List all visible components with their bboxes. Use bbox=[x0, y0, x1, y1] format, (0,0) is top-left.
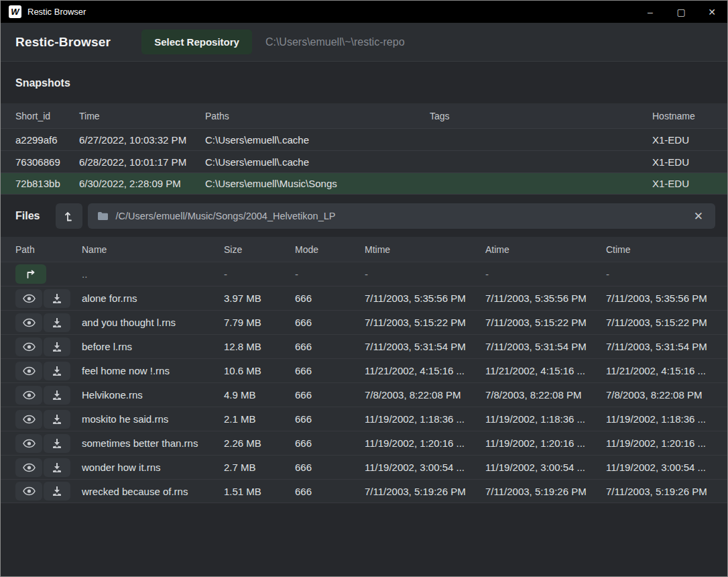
current-path-value: /C/Users/emuell/Music/Songs/2004_Helveti… bbox=[115, 211, 690, 221]
snapshots-col-tags[interactable]: Tags bbox=[430, 111, 652, 121]
preview-file-button[interactable] bbox=[15, 362, 42, 380]
file-atime: 11/19/2002, 3:00:54 ... bbox=[485, 462, 606, 473]
file-ctime: 11/21/2002, 4:15:16 ... bbox=[606, 365, 727, 376]
window-title: Restic Browser bbox=[27, 7, 86, 17]
file-mtime: 7/11/2003, 5:31:54 PM bbox=[365, 341, 485, 352]
open-parent-directory-button[interactable] bbox=[15, 264, 46, 284]
select-repository-button[interactable]: Select Repository bbox=[141, 30, 252, 54]
download-file-button[interactable] bbox=[44, 458, 70, 477]
level-up-icon bbox=[63, 210, 75, 222]
file-row[interactable]: before l.rns 12.8 MB 666 7/11/2003, 5:31… bbox=[1, 334, 727, 358]
download-icon bbox=[52, 342, 62, 352]
file-row[interactable]: wrecked because of.rns 1.51 MB 666 7/11/… bbox=[1, 479, 727, 503]
files-toolbar: Files /C/Users/emuell/Music/Songs/2004_H… bbox=[15, 203, 715, 229]
preview-file-button[interactable] bbox=[15, 482, 42, 501]
preview-file-button[interactable] bbox=[15, 313, 42, 332]
download-file-button[interactable] bbox=[44, 313, 70, 332]
snapshot-paths: C:\Users\emuell\.cache bbox=[205, 156, 430, 168]
maximize-button[interactable]: ▢ bbox=[666, 1, 696, 23]
snapshots-section-heading: Snapshots bbox=[1, 62, 727, 103]
snapshot-row[interactable]: 72b813bb 6/30/2022, 2:28:09 PM C:\Users\… bbox=[1, 172, 727, 195]
file-row[interactable]: Helvikone.rns 4.9 MB 666 7/8/2003, 8:22:… bbox=[1, 382, 727, 407]
close-button[interactable]: ✕ bbox=[696, 1, 727, 23]
file-size: 2.7 MB bbox=[224, 462, 295, 473]
preview-file-button[interactable] bbox=[15, 289, 42, 308]
snapshots-col-time[interactable]: Time bbox=[79, 111, 205, 121]
file-row[interactable]: alone for.rns 3.97 MB 666 7/11/2003, 5:3… bbox=[1, 286, 727, 310]
download-file-button[interactable] bbox=[44, 482, 70, 501]
file-mode: 666 bbox=[295, 317, 365, 328]
download-icon bbox=[52, 486, 62, 496]
file-row[interactable]: sometimes better than.rns 2.26 MB 666 11… bbox=[1, 431, 727, 455]
files-col-name[interactable]: Name bbox=[82, 244, 224, 255]
snapshot-row[interactable]: a2299af6 6/27/2022, 10:03:32 PM C:\Users… bbox=[1, 128, 727, 150]
eye-icon bbox=[23, 390, 36, 400]
file-ctime: 7/11/2003, 5:15:22 PM bbox=[606, 317, 727, 328]
files-col-path[interactable]: Path bbox=[15, 244, 82, 255]
download-file-button[interactable] bbox=[44, 434, 70, 453]
minimize-button[interactable]: – bbox=[635, 1, 666, 23]
download-icon bbox=[52, 462, 62, 473]
file-size: 1.51 MB bbox=[224, 486, 295, 497]
download-file-button[interactable] bbox=[44, 337, 70, 356]
file-row[interactable]: wonder how it.rns 2.7 MB 666 11/19/2002,… bbox=[1, 455, 727, 479]
download-file-button[interactable] bbox=[44, 410, 70, 429]
parent-directory-row[interactable]: .. - - - - - bbox=[1, 262, 727, 286]
file-mtime: 11/19/2002, 3:00:54 ... bbox=[365, 462, 485, 473]
file-row[interactable]: feel home now !.rns 10.6 MB 666 11/21/20… bbox=[1, 358, 727, 382]
current-path-input[interactable]: /C/Users/emuell/Music/Songs/2004_Helveti… bbox=[88, 203, 715, 229]
snapshots-col-hostname[interactable]: Hostname bbox=[652, 111, 727, 121]
preview-file-button[interactable] bbox=[15, 386, 42, 405]
file-name: wrecked because of.rns bbox=[82, 486, 224, 497]
download-icon bbox=[52, 366, 62, 376]
download-file-button[interactable] bbox=[44, 289, 70, 308]
file-name: sometimes better than.rns bbox=[82, 437, 224, 449]
parent-row-ctime: - bbox=[606, 268, 727, 280]
snapshot-time: 6/30/2022, 2:28:09 PM bbox=[79, 178, 205, 189]
snapshots-table-body: a2299af6 6/27/2022, 10:03:32 PM C:\Users… bbox=[1, 128, 727, 195]
snapshot-row[interactable]: 76306869 6/28/2022, 10:01:17 PM C:\Users… bbox=[1, 150, 727, 172]
file-mtime: 11/19/2002, 1:20:16 ... bbox=[365, 437, 485, 449]
download-icon bbox=[52, 390, 62, 401]
download-file-button[interactable] bbox=[44, 362, 70, 380]
go-up-directory-button[interactable] bbox=[56, 203, 82, 229]
file-name: Helvikone.rns bbox=[82, 389, 224, 401]
file-atime: 11/19/2002, 1:18:36 ... bbox=[485, 413, 606, 425]
preview-file-button[interactable] bbox=[15, 434, 42, 453]
files-col-atime[interactable]: Atime bbox=[485, 244, 606, 255]
preview-file-button[interactable] bbox=[15, 337, 42, 356]
file-mode: 666 bbox=[295, 486, 365, 497]
files-title: Files bbox=[15, 210, 40, 222]
preview-file-button[interactable] bbox=[15, 458, 42, 477]
snapshot-hostname: X1-EDU bbox=[652, 178, 727, 189]
files-col-mode[interactable]: Mode bbox=[295, 244, 365, 255]
snapshots-col-paths[interactable]: Paths bbox=[205, 111, 430, 121]
file-mtime: 7/8/2003, 8:22:08 PM bbox=[365, 389, 485, 401]
file-name: moskito he said.rns bbox=[82, 413, 224, 425]
file-ctime: 7/8/2003, 8:22:08 PM bbox=[606, 389, 727, 401]
download-icon bbox=[52, 414, 62, 425]
file-atime: 7/11/2003, 5:31:54 PM bbox=[485, 341, 606, 352]
files-col-ctime[interactable]: Ctime bbox=[606, 244, 727, 255]
files-col-mtime[interactable]: Mtime bbox=[365, 244, 485, 255]
eye-icon bbox=[23, 342, 36, 352]
clear-path-icon[interactable]: ✕ bbox=[691, 209, 706, 223]
download-icon bbox=[52, 317, 62, 328]
file-name: feel home now !.rns bbox=[82, 365, 224, 376]
up-right-arrow-icon bbox=[25, 269, 37, 280]
snapshot-hostname: X1-EDU bbox=[652, 156, 727, 168]
app-header: Restic-Browser Select Repository C:\User… bbox=[1, 23, 727, 62]
files-table-body: alone for.rns 3.97 MB 666 7/11/2003, 5:3… bbox=[1, 286, 727, 503]
file-atime: 7/11/2003, 5:15:22 PM bbox=[485, 317, 606, 328]
snapshots-col-short-id[interactable]: Short_id bbox=[15, 111, 79, 121]
folder-icon bbox=[97, 211, 109, 221]
app-title: Restic-Browser bbox=[15, 35, 111, 50]
snapshot-paths: C:\Users\emuell\Music\Songs bbox=[205, 178, 430, 189]
preview-file-button[interactable] bbox=[15, 410, 42, 429]
file-atime: 11/21/2002, 4:15:16 ... bbox=[485, 365, 606, 376]
file-row[interactable]: and you thought l.rns 7.79 MB 666 7/11/2… bbox=[1, 310, 727, 334]
file-row[interactable]: moskito he said.rns 2.1 MB 666 11/19/200… bbox=[1, 407, 727, 431]
files-col-size[interactable]: Size bbox=[224, 244, 295, 255]
download-file-button[interactable] bbox=[44, 386, 70, 405]
snapshots-table-header: Short_id Time Paths Tags Hostname bbox=[1, 103, 727, 128]
